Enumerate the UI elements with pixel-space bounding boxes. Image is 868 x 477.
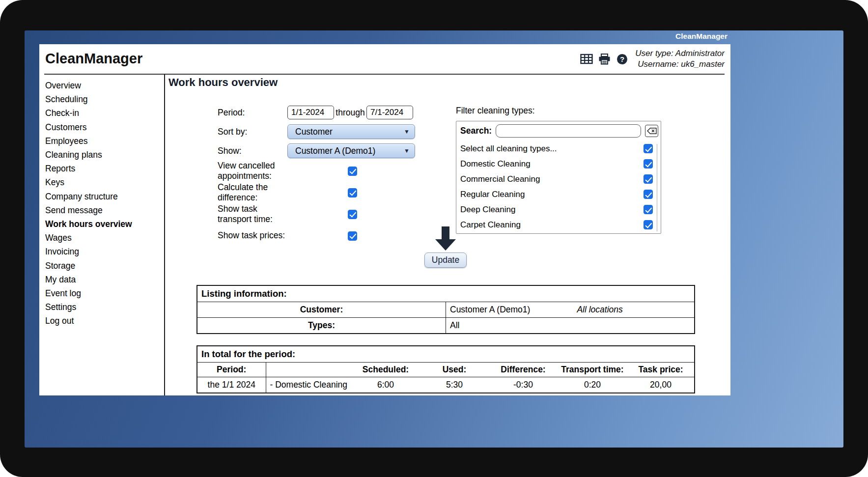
sidebar-item-overview[interactable]: Overview xyxy=(45,79,161,92)
search-label: Search: xyxy=(460,126,492,136)
filter-item: Deep Cleaning xyxy=(456,202,661,217)
filter-item: Regular Cleaning xyxy=(456,187,661,202)
filter-item-label: Commercial Cleaning xyxy=(460,174,540,184)
table-row: In total for the period: xyxy=(197,346,695,363)
option-row: Show task transport time: xyxy=(218,203,458,225)
sidebar-item-employees[interactable]: Employees xyxy=(45,134,161,148)
cell-transport-time: 0:20 xyxy=(558,377,627,393)
search-input[interactable] xyxy=(496,124,641,138)
filter-cleaning-types: Filter cleaning types: Search: Select al… xyxy=(456,106,661,234)
task-prices-label: Show task prices: xyxy=(218,230,286,241)
sort-by-value: Customer xyxy=(295,127,333,137)
down-arrow-indicator xyxy=(435,226,456,251)
sidebar-item-cleaning-plans[interactable]: Cleaning plans xyxy=(45,148,161,162)
col-used: Used: xyxy=(420,363,489,377)
filter-item-label: Select all cleaning types... xyxy=(460,144,557,154)
through-label: through xyxy=(334,108,366,118)
sidebar-item-log-out[interactable]: Log out xyxy=(45,314,161,328)
sidebar-item-company-structure[interactable]: Company structure xyxy=(45,190,161,203)
cell-scheduled: 6:00 xyxy=(351,377,420,393)
sidebar-divider xyxy=(164,74,165,395)
backspace-icon xyxy=(647,128,657,134)
period-from-input[interactable] xyxy=(287,106,334,119)
listing-title: Listing information: xyxy=(197,285,695,302)
col-difference: Difference: xyxy=(489,363,558,377)
sidebar-item-settings[interactable]: Settings xyxy=(45,300,161,314)
sidebar-item-work-hours-overview[interactable]: Work hours overview xyxy=(45,217,161,231)
sidebar-item-keys[interactable]: Keys xyxy=(45,175,161,189)
window-chrome: CleanManager CleanManager ? User xyxy=(25,30,843,448)
show-select[interactable]: Customer A (Demo1) ▼ xyxy=(287,143,415,158)
table-row: the 1/1 2024 - Domestic Cleaning 6:00 5:… xyxy=(197,377,695,393)
page-title: Work hours overview xyxy=(168,76,278,89)
types-label: Types: xyxy=(197,318,446,334)
cell-used: 5:30 xyxy=(420,377,489,393)
filter-item-label: Deep Cleaning xyxy=(460,205,515,215)
filter-item-label: Domestic Cleaning xyxy=(460,159,531,169)
customer-locations: All locations xyxy=(560,305,640,315)
filter-item: Commercial Cleaning xyxy=(456,171,661,187)
table-row: Customer: Customer A (Demo1) All locatio… xyxy=(197,302,695,318)
filter-title: Filter cleaning types: xyxy=(456,106,661,116)
sidebar-item-customers[interactable]: Customers xyxy=(45,120,161,134)
col-scheduled: Scheduled: xyxy=(351,363,420,377)
calculate-difference-checkbox[interactable] xyxy=(348,188,357,197)
scrollbar[interactable] xyxy=(657,144,658,231)
window-title: CleanManager xyxy=(675,32,728,41)
filter-item: Carpet Cleaning xyxy=(456,217,661,232)
transport-time-checkbox[interactable] xyxy=(348,210,357,219)
clear-search-button[interactable] xyxy=(645,125,658,137)
col-transport-time: Transport time: xyxy=(558,363,627,377)
period-to-input[interactable] xyxy=(366,106,413,119)
chevron-down-icon: ▼ xyxy=(404,147,410,154)
cell-difference: -0:30 xyxy=(489,377,558,393)
col-name xyxy=(266,363,351,377)
sidebar-item-wages[interactable]: Wages xyxy=(45,231,161,245)
svg-text:?: ? xyxy=(620,55,624,63)
sidebar-item-storage[interactable]: Storage xyxy=(45,259,161,273)
device-frame: CleanManager CleanManager ? User xyxy=(0,0,868,477)
view-cancelled-checkbox[interactable] xyxy=(348,167,357,176)
sidebar-item-my-data[interactable]: My data xyxy=(45,273,161,286)
update-button[interactable]: Update xyxy=(424,253,467,268)
table-row: Listing information: xyxy=(197,285,695,302)
totals-title: In total for the period: xyxy=(197,346,695,363)
col-period: Period: xyxy=(197,363,266,377)
help-icon[interactable]: ? xyxy=(616,53,628,65)
filter-item-checkbox[interactable] xyxy=(644,174,653,184)
sidebar-item-scheduling[interactable]: Scheduling xyxy=(45,92,161,106)
sort-by-select[interactable]: Customer ▼ xyxy=(287,124,415,139)
username-text: Username: uk6_master xyxy=(635,59,725,70)
table-icon[interactable] xyxy=(580,53,593,65)
sidebar-item-send-message[interactable]: Send message xyxy=(45,203,161,217)
sidebar-item-check-in[interactable]: Check-in xyxy=(45,106,161,120)
filter-item-checkbox[interactable] xyxy=(644,159,653,168)
chevron-down-icon: ▼ xyxy=(404,128,410,135)
filter-item-checkbox[interactable] xyxy=(644,220,653,229)
sidebar-item-invoicing[interactable]: Invoicing xyxy=(45,245,161,258)
app-logo-text: CleanManager xyxy=(45,51,142,67)
filter-item-checkbox[interactable] xyxy=(644,190,653,199)
customer-value: Customer A (Demo1) xyxy=(450,305,530,314)
transport-time-label: Show task transport time: xyxy=(218,204,286,225)
header-right: ? User type: Administrator Username: uk6… xyxy=(580,48,725,70)
filter-item-label: Carpet Cleaning xyxy=(460,220,521,230)
show-label: Show: xyxy=(218,146,287,156)
main-content: Work hours overview Period: through Sort… xyxy=(168,75,729,395)
filter-item-checkbox[interactable] xyxy=(644,205,653,214)
table-header-row: Period: Scheduled: Used: Difference: Tra… xyxy=(197,363,695,377)
header-icons: ? xyxy=(580,53,628,65)
view-cancelled-label: View cancelled appointments: xyxy=(218,161,286,182)
print-icon[interactable] xyxy=(598,53,611,65)
show-value: Customer A (Demo1) xyxy=(295,146,375,156)
task-prices-checkbox[interactable] xyxy=(348,231,357,241)
sidebar-item-reports[interactable]: Reports xyxy=(45,162,161,175)
filter-item-checkbox[interactable] xyxy=(644,144,653,153)
cell-period: the 1/1 2024 xyxy=(197,377,266,393)
cell-task-price: 20,00 xyxy=(627,377,695,393)
customer-label: Customer: xyxy=(197,302,446,318)
sort-by-label: Sort by: xyxy=(218,127,287,137)
filter-item: Select all cleaning types... xyxy=(456,141,661,156)
sidebar-item-event-log[interactable]: Event log xyxy=(45,286,161,300)
cell-name: - Domestic Cleaning xyxy=(266,377,351,393)
